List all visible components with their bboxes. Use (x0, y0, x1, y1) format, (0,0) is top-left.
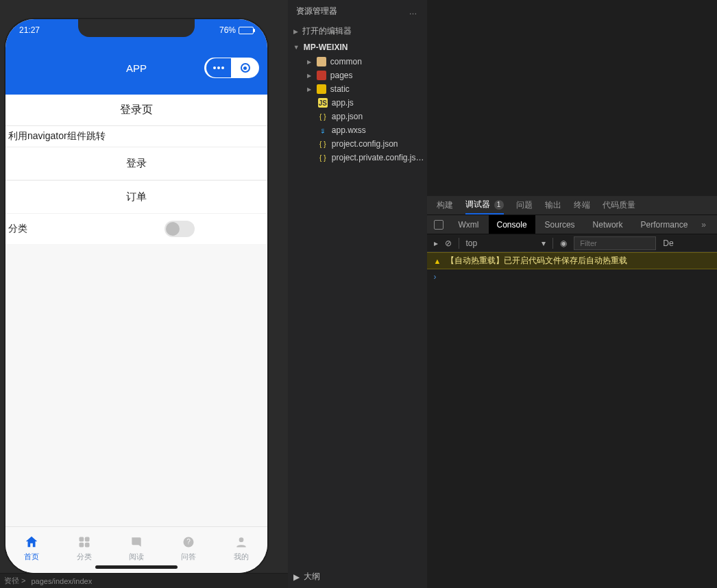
login-nav-button[interactable]: 登录 (5, 147, 267, 180)
note-text: 利用navigator组件跳转 (5, 126, 267, 147)
explorer-panel: 资源管理器 … ▶ 打开的编辑器 ▼ MP-WEIXIN ▶ common ▶ … (288, 0, 427, 588)
folder-static-label: static (330, 84, 350, 94)
qa-icon: ? (181, 535, 196, 550)
eye-icon[interactable]: ◉ (560, 238, 567, 248)
project-name: MP-WEIXIN (304, 42, 348, 52)
warning-text: 【自动热重载】已开启代码文件保存后自动热重载 (446, 255, 627, 267)
tab-terminal[interactable]: 终端 (574, 199, 590, 211)
json-file-icon: { } (318, 139, 328, 149)
tab-read[interactable]: 阅读 (129, 535, 144, 562)
home-indicator (95, 565, 178, 569)
home-icon (24, 535, 39, 550)
file-projpriv-label: project.private.config.js… (332, 153, 424, 162)
tabs-overflow-icon[interactable]: » (697, 220, 710, 230)
tab-category[interactable]: 分类 (77, 535, 92, 562)
svg-rect-0 (79, 537, 84, 541)
tab-debugger[interactable]: 调试器 1 (465, 199, 504, 215)
outline-label: 大纲 (304, 571, 320, 583)
clear-console-icon[interactable]: ⊘ (445, 238, 452, 248)
phone-simulator: 21:27 76% APP 登录页 利 (5, 19, 267, 573)
outline-section[interactable]: ▶ 大纲 (293, 571, 320, 583)
project-root[interactable]: ▼ MP-WEIXIN (288, 40, 427, 55)
tab-home[interactable]: 首页 (24, 535, 39, 562)
console-body[interactable]: ▲ 【自动热重载】已开启代码文件保存后自动热重载 › (427, 252, 717, 588)
svg-text:?: ? (187, 538, 191, 546)
chevron-down-icon: ▾ (542, 238, 546, 248)
grid-icon (77, 535, 92, 550)
app-title: APP (126, 62, 147, 74)
file-projpriv[interactable]: { } project.private.config.js… (295, 151, 427, 164)
tab-read-label: 阅读 (129, 552, 144, 562)
tab-performance[interactable]: Performance (633, 215, 696, 234)
editor-empty-area (427, 0, 717, 196)
context-selector[interactable]: top ▾ (466, 238, 546, 248)
folder-static[interactable]: ▶ static (295, 82, 427, 96)
open-editors-section[interactable]: ▶ 打开的编辑器 (288, 23, 427, 40)
tab-issues[interactable]: 问题 (516, 199, 533, 211)
path-prefix: 资径 > (4, 576, 25, 586)
console-warning-line[interactable]: ▲ 【自动热重载】已开启代码文件保存后自动热重载 (427, 252, 717, 269)
play-icon[interactable]: ▸ (434, 238, 438, 248)
capsule-buttons (204, 58, 259, 78)
section-title: 登录页 (5, 95, 267, 126)
caret-right-icon: ▶ (293, 28, 298, 35)
tab-console[interactable]: Console (489, 215, 535, 234)
person-icon (234, 535, 249, 550)
category-switch[interactable] (165, 221, 195, 237)
file-appwxss-label: app.wxss (332, 125, 366, 135)
tab-quality[interactable]: 代码质量 (603, 199, 635, 211)
file-projcfg[interactable]: { } project.config.json (295, 137, 427, 151)
tab-qa[interactable]: ? 问答 (181, 535, 196, 562)
svg-point-6 (239, 537, 243, 542)
warning-icon: ▲ (434, 257, 441, 265)
battery-icon (239, 27, 254, 34)
open-editors-label: 打开的编辑器 (302, 25, 352, 37)
tab-home-label: 首页 (24, 552, 39, 562)
folder-pages[interactable]: ▶ pages (295, 69, 427, 82)
tab-qa-label: 问答 (181, 552, 196, 562)
context-value: top (466, 238, 478, 248)
phone-notch (78, 19, 195, 37)
caret-down-icon: ▼ (293, 44, 300, 51)
console-toolbar: ▸ ⊘ top ▾ ◉ De (427, 234, 717, 252)
file-appjson-label: app.json (332, 112, 363, 121)
file-appjson[interactable]: { } app.json (295, 110, 427, 123)
footer-path-bar: 资径 > pages/index/index (0, 573, 288, 588)
order-nav-button[interactable]: 订单 (5, 180, 267, 214)
tab-wxml[interactable]: Wxml (450, 215, 487, 234)
tab-build[interactable]: 构建 (437, 199, 453, 211)
devtools-panel: 构建 调试器 1 问题 输出 终端 代码质量 Wxml Console Sour… (427, 0, 717, 588)
read-icon (129, 535, 144, 550)
tab-sources[interactable]: Sources (537, 215, 583, 234)
svg-rect-2 (79, 542, 84, 547)
js-file-icon: JS (318, 98, 328, 108)
path-value[interactable]: pages/index/index (31, 577, 92, 585)
status-battery: 76% (219, 25, 254, 35)
folder-icon (317, 71, 326, 80)
page-body: 登录页 利用navigator组件跳转 登录 订单 分类 (5, 95, 267, 526)
console-prompt[interactable]: › (427, 269, 717, 284)
explorer-title: 资源管理器 (296, 5, 337, 17)
app-navbar: APP (5, 41, 267, 95)
tab-network[interactable]: Network (585, 215, 631, 234)
capsule-close-button[interactable] (233, 58, 258, 77)
explorer-more-icon[interactable]: … (409, 7, 419, 16)
element-picker-icon[interactable] (434, 220, 443, 230)
tab-output[interactable]: 输出 (545, 199, 561, 211)
file-appjs[interactable]: JS app.js (295, 96, 427, 110)
folder-pages-label: pages (330, 71, 353, 80)
caret-right-icon: ▶ (307, 86, 313, 93)
switch-label: 分类 (8, 223, 27, 235)
file-appjs-label: app.js (332, 98, 354, 108)
svg-rect-3 (84, 542, 89, 547)
filter-input[interactable] (574, 236, 656, 250)
dots-icon (213, 66, 224, 69)
tab-bar: 首页 分类 阅读 ? 问 (5, 526, 267, 573)
folder-icon (317, 84, 326, 94)
capsule-menu-button[interactable] (206, 58, 231, 77)
tab-mine[interactable]: 我的 (234, 535, 249, 562)
file-appwxss[interactable]: ⫋ app.wxss (295, 123, 427, 137)
folder-common[interactable]: ▶ common (295, 55, 427, 69)
debugger-badge: 1 (494, 200, 504, 210)
caret-right-icon: ▶ (307, 59, 313, 65)
